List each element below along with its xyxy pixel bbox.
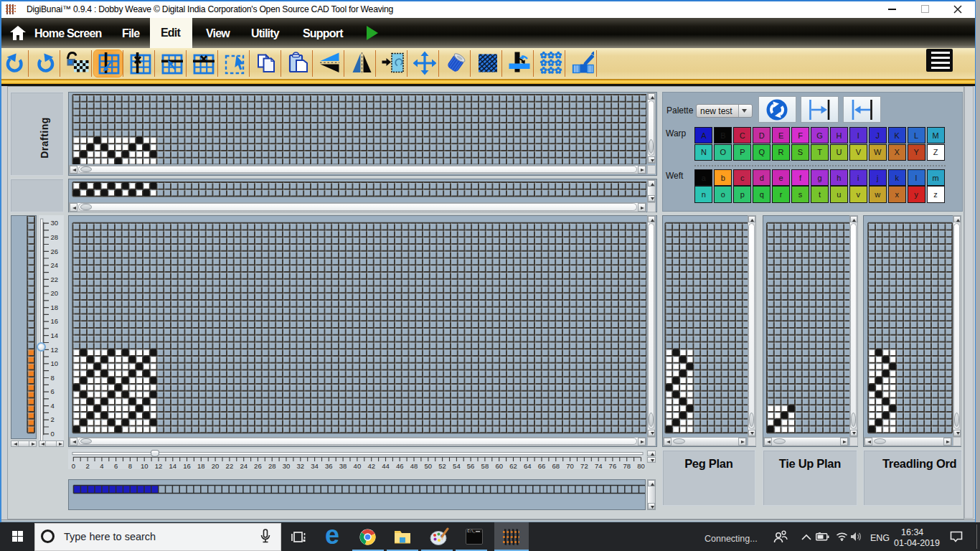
svg-text:2: 2 <box>85 462 89 470</box>
svg-text:62: 62 <box>509 462 517 470</box>
svg-text:80: 80 <box>637 462 645 470</box>
svg-text:24: 24 <box>50 261 58 269</box>
svg-text:68: 68 <box>552 462 560 470</box>
svg-text:40: 40 <box>354 462 362 470</box>
svg-text:0: 0 <box>50 430 54 438</box>
svg-text:34: 34 <box>311 462 319 470</box>
svg-text:8: 8 <box>50 373 54 381</box>
svg-text:6: 6 <box>50 387 54 395</box>
svg-text:26: 26 <box>254 462 262 470</box>
svg-text:38: 38 <box>339 462 347 470</box>
svg-text:28: 28 <box>268 462 276 470</box>
svg-text:24: 24 <box>240 462 248 470</box>
svg-text:72: 72 <box>580 462 588 470</box>
svg-text:16: 16 <box>50 317 58 325</box>
svg-text:20: 20 <box>50 289 58 297</box>
svg-text:14: 14 <box>50 331 58 339</box>
svg-text:18: 18 <box>50 303 58 311</box>
svg-text:74: 74 <box>595 462 603 470</box>
svg-text:48: 48 <box>410 462 418 470</box>
svg-text:0: 0 <box>72 462 75 470</box>
svg-text:30: 30 <box>50 219 58 227</box>
svg-text:56: 56 <box>467 462 475 470</box>
svg-text:54: 54 <box>453 462 461 470</box>
svg-text:30: 30 <box>283 462 291 470</box>
svg-text:18: 18 <box>197 462 205 470</box>
svg-text:32: 32 <box>297 462 305 470</box>
svg-text:10: 10 <box>141 462 149 470</box>
svg-text:36: 36 <box>325 462 333 470</box>
svg-text:26: 26 <box>50 247 58 255</box>
svg-text:e: e <box>325 524 339 547</box>
svg-text:14: 14 <box>169 462 177 470</box>
svg-text:28: 28 <box>50 232 58 240</box>
svg-text:8: 8 <box>128 462 132 470</box>
svg-text:52: 52 <box>438 462 446 470</box>
svg-text:22: 22 <box>226 462 234 470</box>
svg-text:60: 60 <box>495 462 503 470</box>
svg-text:12: 12 <box>50 345 58 353</box>
svg-text:64: 64 <box>524 462 532 470</box>
svg-text:42: 42 <box>367 462 375 470</box>
svg-text:58: 58 <box>481 462 489 470</box>
svg-text:78: 78 <box>623 462 631 470</box>
svg-text:10: 10 <box>50 359 58 367</box>
svg-text:44: 44 <box>382 462 390 470</box>
svg-text:4: 4 <box>100 462 103 470</box>
svg-text:4: 4 <box>50 401 54 409</box>
svg-text:20: 20 <box>212 462 220 470</box>
svg-text:16: 16 <box>183 462 191 470</box>
svg-text:6: 6 <box>114 462 118 470</box>
svg-text:12: 12 <box>155 462 163 470</box>
svg-text:70: 70 <box>566 462 574 470</box>
svg-text:22: 22 <box>50 275 58 283</box>
svg-text:50: 50 <box>425 462 433 470</box>
svg-text:C:\_: C:\_ <box>468 529 476 533</box>
svg-text:66: 66 <box>538 462 546 470</box>
svg-text:76: 76 <box>609 462 617 470</box>
svg-text:2: 2 <box>50 415 54 423</box>
svg-text:46: 46 <box>396 462 404 470</box>
